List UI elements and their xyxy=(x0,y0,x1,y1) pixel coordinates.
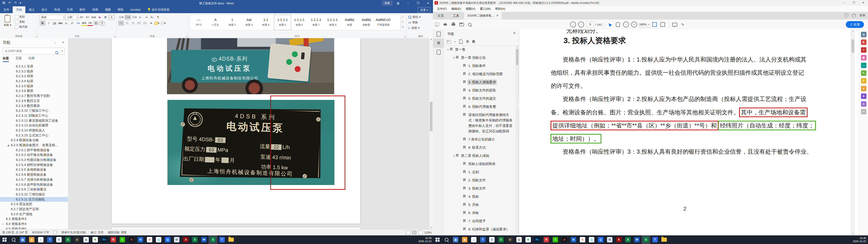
bookmarks-panel-icon[interactable] xyxy=(433,38,444,48)
style-item-标题 4[interactable]: 1.1标题 4 xyxy=(257,15,274,30)
xmind-icon[interactable]: X xyxy=(578,235,587,244)
word-tab-11[interactable]: Acrobat xyxy=(127,6,144,13)
bookmark-item[interactable]: 4. 投标 xyxy=(444,192,516,201)
file-explorer-icon[interactable] xyxy=(226,235,236,244)
word-tab-1[interactable]: 文件 xyxy=(0,6,13,13)
subscript-button[interactable]: x₂ xyxy=(64,21,69,25)
proofing-icon[interactable] xyxy=(54,231,57,234)
word-tab-10[interactable]: 帮助 xyxy=(114,6,127,13)
photoshop-icon[interactable]: Ps xyxy=(533,235,542,244)
nav-item[interactable]: 6.2.3.15 立式加工中心 xyxy=(0,133,68,138)
bookmark-item[interactable]: ∨第一章 招标公告 xyxy=(444,54,516,62)
mail-n-app-icon[interactable]: N xyxy=(136,235,145,244)
bookmark-item[interactable]: 8. 联系方式 xyxy=(444,143,516,152)
nav-item[interactable]: 6.2.3.7 数控等离子切割 xyxy=(0,93,68,99)
find-icon[interactable] xyxy=(466,21,474,28)
search-tools-icon[interactable]: Q xyxy=(861,32,866,37)
nav-item[interactable]: 6.2.5.11 压力试验机 xyxy=(0,197,68,202)
underline-button[interactable]: U▾ xyxy=(52,21,57,25)
t-square-app-icon[interactable]: T xyxy=(218,235,226,244)
ribbon-display-options-icon[interactable]: ▤ xyxy=(393,0,403,6)
minimize-button[interactable]: ─ xyxy=(403,0,413,6)
bookmark-item[interactable]: 7. 合同授予 xyxy=(444,217,516,225)
bookmark-item[interactable]: 9. 是否采用电子招标投标 xyxy=(444,233,516,235)
line-spacing-icon[interactable]: ↕▾ xyxy=(148,21,153,25)
close-document-icon[interactable]: ✕ xyxy=(496,14,499,17)
nav-item[interactable]: 6.2.7 固定资产证明 xyxy=(0,207,68,212)
reader-a-app-icon[interactable]: A xyxy=(127,235,136,244)
nav-item[interactable]: 6.2.3.11 四轴加工中心 xyxy=(0,113,68,118)
restore-button[interactable]: ❐ xyxy=(413,0,423,6)
increase-indent-icon[interactable]: ⇥ xyxy=(144,15,149,20)
page-thumbnails-icon[interactable] xyxy=(433,29,444,38)
page-number-field[interactable]: 5 xyxy=(587,22,594,27)
dots-app-icon[interactable]: ∴ xyxy=(36,235,45,244)
wechat-icon[interactable]: C xyxy=(551,235,560,244)
notifications-icon[interactable] xyxy=(852,14,856,17)
page-indicator[interactable]: 第 139 页, 共 247 页 xyxy=(2,231,28,235)
word-share-button[interactable]: 共享 ▾ xyxy=(418,7,430,13)
nav-options-chevron-icon[interactable]: ⌄ xyxy=(54,41,56,44)
word-tab-2[interactable]: 开始 xyxy=(13,6,25,13)
bookmark-item[interactable]: 4. 招标文件的获取 xyxy=(444,86,516,94)
browser-q-app-icon[interactable]: Q xyxy=(596,235,605,244)
phonetic-guide-button[interactable]: 拼 xyxy=(103,15,108,20)
character-border-button[interactable]: A xyxy=(109,15,115,20)
bookmark-item[interactable]: 8. 纪律和监督（诚信要求） xyxy=(444,225,516,233)
borders-icon[interactable]: ▾ xyxy=(160,21,166,25)
nav-item[interactable]: 6.3 资格条件3 xyxy=(0,217,68,221)
highlighter-icon[interactable]: ✎ xyxy=(679,21,687,28)
dots-app-icon[interactable]: ∴ xyxy=(469,235,478,244)
fill-sign-icon[interactable]: S xyxy=(861,93,866,99)
word-tab-4[interactable]: 设计 xyxy=(38,6,51,13)
style-item-(A-1)[interactable]: —(A-1) xyxy=(190,15,207,30)
nav-item[interactable]: 6.2.5.5 金相检验设备 xyxy=(0,167,68,172)
font-color-button[interactable]: A▾ xyxy=(88,21,93,26)
styles-gallery-more[interactable]: ▴▾═▾ xyxy=(401,14,404,29)
mail-n-app-icon[interactable]: N xyxy=(569,235,578,244)
circle-app-icon[interactable]: O xyxy=(54,235,63,244)
nav-item[interactable]: 6.2.4 检测设备台账 xyxy=(0,138,68,143)
comment-tool-icon[interactable]: ● xyxy=(861,86,866,91)
mirror-app-icon[interactable]: M xyxy=(172,235,181,244)
decrease-indent-icon[interactable]: ⇤ xyxy=(138,15,143,20)
notes-app-icon[interactable]: ▤ xyxy=(82,235,91,244)
zoom-in-icon[interactable]: + xyxy=(630,21,638,28)
track-changes-indicator[interactable]: 修订: 关闭 xyxy=(91,231,103,235)
zoom-out-icon[interactable]: − xyxy=(622,21,630,28)
select-button[interactable]: ▷选择 ▾ xyxy=(408,25,433,31)
previous-page-icon[interactable]: ↑ xyxy=(569,21,577,28)
bookmark-item[interactable]: 7.发布公告的媒介 xyxy=(444,135,516,143)
sprout-app-icon[interactable]: S xyxy=(496,235,505,244)
nav-item[interactable]: 6.2.3.5 锯床 xyxy=(0,84,68,89)
browser-q-app-icon[interactable]: Q xyxy=(163,235,172,244)
print-icon[interactable] xyxy=(449,21,458,28)
nav-item[interactable]: 6.2.3.12 豪克能镜面加工设备 xyxy=(0,118,68,123)
excel-icon[interactable]: X xyxy=(190,235,199,244)
font-size-combo[interactable]: 小四 xyxy=(65,15,78,20)
cup-app-icon[interactable]: U xyxy=(72,235,82,244)
photoshop-icon[interactable]: Ps xyxy=(100,235,109,244)
tools-tab[interactable]: 工具 xyxy=(448,12,464,20)
qq-icon[interactable]: Q xyxy=(154,235,163,244)
cup-app-icon[interactable]: U xyxy=(505,235,515,244)
print-layout-icon[interactable] xyxy=(412,231,416,235)
more-tools-icon[interactable]: ⋯ xyxy=(861,109,866,114)
bookmark-options-icon[interactable] xyxy=(447,40,451,44)
word-icon[interactable]: W xyxy=(199,235,209,244)
search-button-icon[interactable] xyxy=(442,235,451,244)
enclose-characters-button[interactable]: 字 xyxy=(99,21,105,26)
style-item-标题 6[interactable]: 1.1.1.1标题 6 xyxy=(291,15,308,30)
style-item-标题 5[interactable]: 1.1.1.1标题 5 xyxy=(274,15,291,30)
web-layout-icon[interactable] xyxy=(418,231,423,235)
font-name-combo[interactable]: 宋体 xyxy=(40,15,65,20)
bookmark-options-chevron[interactable]: ▾ xyxy=(455,40,456,43)
menu-编辑(E)[interactable]: 编辑(E) xyxy=(449,7,463,11)
style-item-标题 8[interactable]: 1.1.1.1.标题 8 xyxy=(324,15,341,30)
nav-item[interactable]: 6.2.5.2 动平衡台检测设备 xyxy=(0,153,68,158)
multilevel-list-icon[interactable]: ▾ xyxy=(131,15,137,20)
calculator-icon[interactable]: ▦ xyxy=(451,235,460,244)
clipboard-dialog-launcher[interactable]: ⇲ xyxy=(35,35,37,38)
language-indicator[interactable]: 简体中文(中国大陆) xyxy=(61,231,86,235)
nav-tab-页面[interactable]: 页面 xyxy=(16,56,22,62)
